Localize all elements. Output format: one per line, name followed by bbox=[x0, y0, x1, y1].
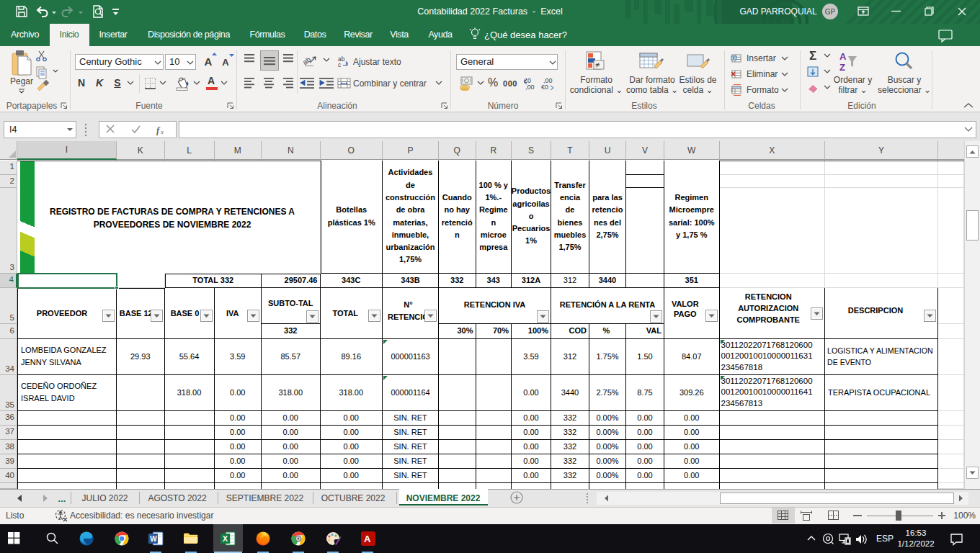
svg-text:,00: ,00 bbox=[525, 84, 535, 91]
svg-text:x: x bbox=[160, 128, 164, 135]
svg-text:A: A bbox=[364, 534, 371, 544]
svg-text:X: X bbox=[223, 534, 228, 543]
svg-text:Z: Z bbox=[839, 62, 845, 73]
svg-text:W: W bbox=[150, 535, 157, 543]
svg-text:ab: ab bbox=[303, 55, 313, 67]
svg-text:≠: ≠ bbox=[595, 60, 600, 69]
svg-text:A: A bbox=[839, 51, 847, 62]
svg-text:€0: €0 bbox=[541, 84, 548, 91]
